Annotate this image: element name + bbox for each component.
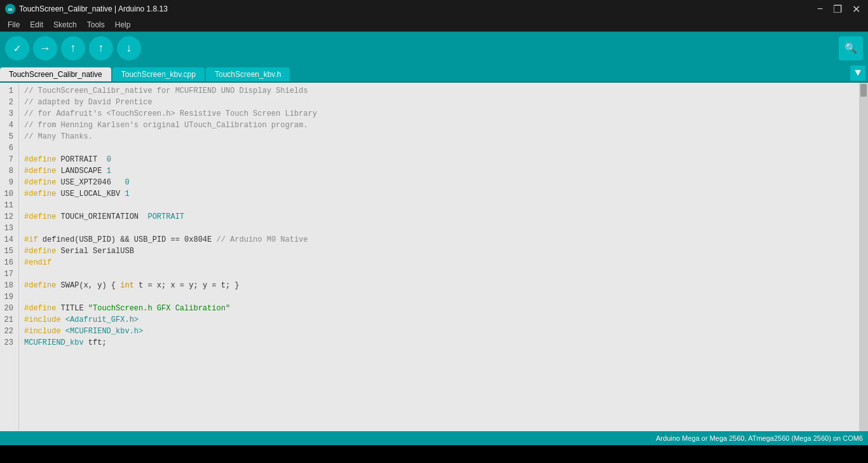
- toolbar: ✓ → ↑ ↑ ↓ 🔍: [0, 32, 868, 65]
- window-controls: − ❐ ✕: [815, 3, 863, 15]
- line-number: 18: [3, 280, 13, 291]
- line-number: 5: [3, 131, 13, 142]
- code-line-18: #define SWAP(x, y) { int t = x; x = y; y…: [24, 280, 854, 291]
- code-line-1: // TouchScreen_Calibr_native for MCUFRIE…: [24, 85, 854, 97]
- code-line-5: // Many Thanks.: [24, 131, 854, 142]
- line-number: 7: [3, 154, 13, 165]
- code-line-23: MCUFRIEND_kbv tft;: [24, 337, 854, 349]
- code-line-9: #define USE_XPT2046 0: [24, 177, 854, 188]
- line-number: 4: [3, 120, 13, 131]
- window-title: TouchScreen_Calibr_native | Arduino 1.8.…: [19, 4, 815, 13]
- code-line-16: #endif: [24, 257, 854, 268]
- line-number: 3: [3, 108, 13, 120]
- code-line-22: #include <MCUFRIEND_kbv.h>: [24, 326, 854, 337]
- code-line-12: #define TOUCH_ORIENTATION PORTRAIT: [24, 211, 854, 223]
- tab-touchscreen-calibr-native[interactable]: TouchScreen_Calibr_native: [0, 67, 111, 81]
- code-line-7: #define PORTRAIT 0: [24, 154, 854, 165]
- menu-file[interactable]: File: [3, 19, 25, 31]
- line-number: 20: [3, 303, 13, 314]
- code-line-8: #define LANDSCAPE 1: [24, 165, 854, 177]
- code-line-2: // adapted by David Prentice: [24, 97, 854, 108]
- menubar: File Edit Sketch Tools Help: [0, 18, 868, 32]
- open-button[interactable]: ↑: [89, 36, 113, 60]
- line-number: 13: [3, 223, 13, 234]
- line-number: 8: [3, 165, 13, 177]
- maximize-button[interactable]: ❐: [831, 3, 844, 15]
- scrollbar-thumb[interactable]: [860, 84, 867, 97]
- line-number: 6: [3, 142, 13, 154]
- line-number: 12: [3, 211, 13, 223]
- line-number: 11: [3, 200, 13, 211]
- code-line-14: #if defined(USB_PID) && USB_PID == 0x804…: [24, 234, 854, 245]
- serial-monitor-area: [0, 445, 868, 463]
- verify-button[interactable]: ✓: [5, 36, 29, 60]
- code-content[interactable]: // TouchScreen_Calibr_native for MCUFRIE…: [19, 83, 859, 431]
- line-number: 14: [3, 234, 13, 245]
- line-number: 9: [3, 177, 13, 188]
- code-line-10: #define USE_LOCAL_KBV 1: [24, 188, 854, 200]
- code-editor: 1 2 3 4 5 6 7 8 9 10 11 12 13 14 15 16 1…: [0, 83, 868, 431]
- line-number: 2: [3, 97, 13, 108]
- tab-touchscreen-kbv-h[interactable]: TouchScreen_kbv.h: [206, 67, 290, 81]
- code-line-17: [24, 268, 854, 280]
- statusbar: Arduino Mega or Mega 2560, ATmega2560 (M…: [0, 431, 868, 445]
- code-line-21: #include <Adafruit_GFX.h>: [24, 314, 854, 326]
- menu-tools[interactable]: Tools: [82, 19, 110, 31]
- line-number: 21: [3, 314, 13, 326]
- menu-help[interactable]: Help: [110, 19, 136, 31]
- line-numbers: 1 2 3 4 5 6 7 8 9 10 11 12 13 14 15 16 1…: [0, 83, 19, 431]
- line-number: 1: [3, 85, 13, 97]
- code-line-19: [24, 291, 854, 303]
- line-number: 10: [3, 188, 13, 200]
- line-number: 17: [3, 268, 13, 280]
- upload-button[interactable]: →: [33, 36, 57, 60]
- board-info: Arduino Mega or Mega 2560, ATmega2560 (M…: [656, 434, 863, 442]
- menu-sketch[interactable]: Sketch: [48, 19, 82, 31]
- line-number: 22: [3, 326, 13, 337]
- line-number: 15: [3, 245, 13, 257]
- close-button[interactable]: ✕: [850, 3, 863, 15]
- line-number: 16: [3, 257, 13, 268]
- tab-bar: TouchScreen_Calibr_native TouchScreen_kb…: [0, 65, 868, 83]
- code-line-3: // for Adafruit's <TouchScreen.h> Resist…: [24, 108, 854, 120]
- save-button[interactable]: ↓: [117, 36, 141, 60]
- code-line-4: // from Henning Karlsen's original UTouc…: [24, 120, 854, 131]
- code-line-11: [24, 200, 854, 211]
- new-button[interactable]: ↑: [61, 36, 85, 60]
- tab-touchscreen-kbv-cpp[interactable]: TouchScreen_kbv.cpp: [112, 67, 205, 81]
- code-line-6: [24, 142, 854, 154]
- app-icon: ∞: [5, 4, 15, 14]
- minimize-button[interactable]: −: [815, 3, 825, 15]
- tab-dropdown-button[interactable]: ▼: [850, 66, 865, 81]
- code-line-13: [24, 223, 854, 234]
- search-button[interactable]: 🔍: [839, 36, 863, 60]
- line-number: 19: [3, 291, 13, 303]
- code-line-15: #define Serial SerialUSB: [24, 245, 854, 257]
- vertical-scrollbar[interactable]: [859, 83, 868, 431]
- menu-edit[interactable]: Edit: [25, 19, 48, 31]
- titlebar: ∞ TouchScreen_Calibr_native | Arduino 1.…: [0, 0, 868, 18]
- code-line-20: #define TITLE "TouchScreen.h GFX Calibra…: [24, 303, 854, 314]
- line-number: 23: [3, 337, 13, 349]
